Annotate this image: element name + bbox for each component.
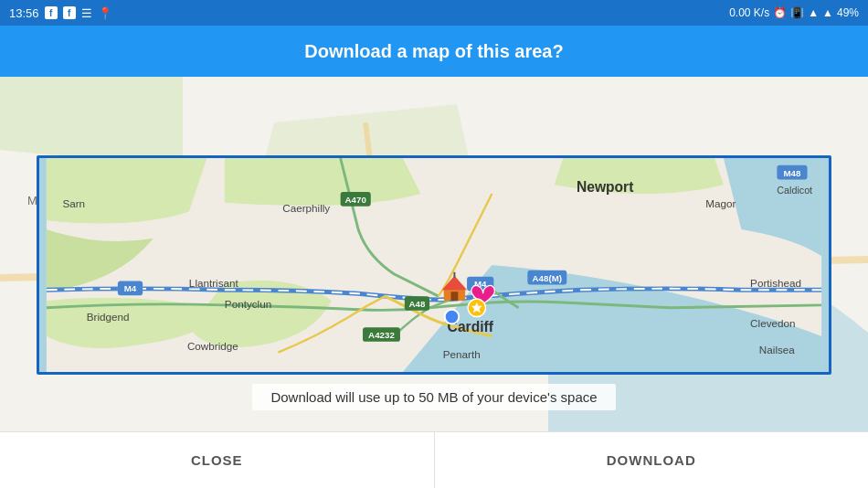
vibrate-icon: 📳 (790, 6, 804, 19)
svg-text:Clevedon: Clevedon (750, 317, 795, 329)
svg-text:Magor: Magor (705, 196, 736, 208)
header-title: Download a map of this area? (304, 41, 563, 62)
svg-text:A470: A470 (345, 194, 367, 204)
app-header: Download a map of this area? (0, 26, 868, 77)
status-left: 13:56 f f ☰ 📍 (9, 6, 112, 20)
svg-text:Sarn: Sarn (62, 196, 85, 208)
time-display: 13:56 (9, 6, 39, 20)
svg-text:A48(M): A48(M) (533, 272, 563, 282)
svg-text:Bridgend: Bridgend (87, 311, 130, 323)
alarm-icon: ⏰ (773, 6, 787, 19)
svg-text:Portishead: Portishead (750, 277, 801, 289)
svg-text:Llantrisant: Llantrisant (189, 277, 239, 289)
svg-text:A4232: A4232 (368, 329, 395, 339)
facebook-icon-2: f (63, 6, 76, 19)
map-box: M4 A470 M4 A48 A48(M) A4232 Sarn Llantri… (37, 155, 831, 375)
close-button[interactable]: CLOSE (0, 432, 435, 488)
svg-text:Penarth: Penarth (443, 348, 481, 360)
svg-text:A48: A48 (409, 298, 426, 308)
svg-text:Caldicot: Caldicot (777, 185, 812, 196)
svg-point-35 (445, 309, 460, 324)
bottom-buttons: CLOSE DOWNLOAD (0, 431, 868, 488)
storage-info-text: Download will use up to 50 MB of your de… (252, 384, 615, 410)
dialog-overlay: M4 A470 M4 A48 A48(M) A4232 Sarn Llantri… (0, 77, 868, 488)
svg-text:Nailsea: Nailsea (759, 344, 795, 355)
status-bar: 13:56 f f ☰ 📍 0.00 K/s ⏰ 📳 ▲ ▲ 49% (0, 0, 868, 26)
download-button[interactable]: DOWNLOAD (435, 432, 869, 488)
facebook-icon-1: f (45, 6, 58, 19)
data-speed: 0.00 K/s (729, 6, 769, 19)
svg-text:Pontyclun: Pontyclun (225, 297, 271, 309)
svg-rect-37 (451, 292, 459, 301)
svg-text:M4: M4 (124, 283, 137, 293)
signal-icon: ▲ (822, 6, 833, 19)
svg-text:Cowbridge: Cowbridge (187, 339, 238, 351)
wifi-icon: ▲ (808, 6, 819, 19)
svg-text:Newport: Newport (577, 179, 633, 195)
battery-display: 49% (837, 6, 859, 19)
location-icon: 📍 (98, 6, 112, 20)
svg-text:Caerphilly: Caerphilly (282, 201, 330, 213)
status-right: 0.00 K/s ⏰ 📳 ▲ ▲ 49% (729, 6, 859, 19)
message-icon: ☰ (81, 6, 92, 20)
svg-text:M48: M48 (783, 167, 801, 177)
